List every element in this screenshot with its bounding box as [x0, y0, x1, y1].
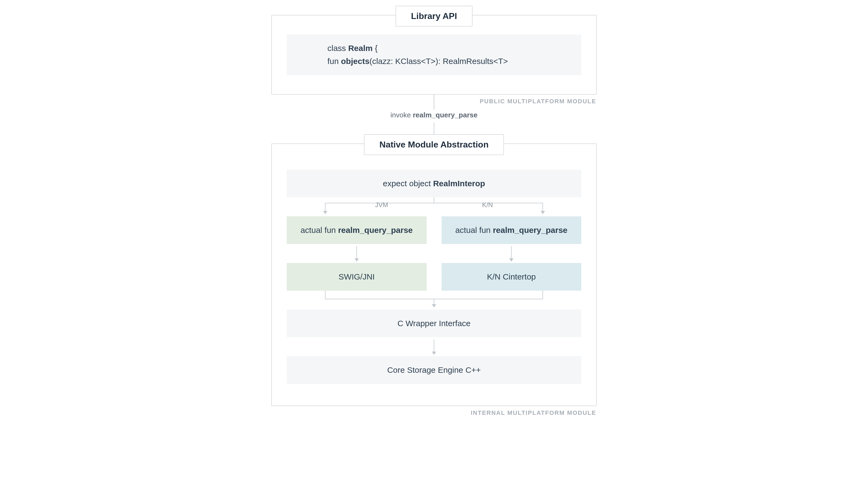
code-bold: Realm	[348, 44, 373, 53]
code-text: {	[373, 44, 378, 53]
actual-kn-block: actual fun realm_query_parse	[442, 216, 582, 244]
library-api-code-block: class Realm { fun objects(clazz: KClass<…	[287, 34, 581, 75]
public-module-box: Library API class Realm { fun objects(cl…	[271, 15, 597, 95]
actual-text: actual fun	[455, 226, 493, 234]
public-module-title: Library API	[396, 6, 472, 27]
code-text: fun	[328, 57, 341, 66]
internal-module-title: Native Module Abstraction	[364, 134, 504, 155]
code-bold: objects	[341, 57, 369, 66]
code-text: (clazz: KClass<T>): RealmResults<T>	[369, 57, 508, 66]
actual-bold: realm_query_parse	[493, 226, 567, 234]
split-label-jvm: JVM	[375, 201, 388, 209]
core-engine-block: Core Storage Engine C++	[287, 356, 581, 384]
kn-cinterop-block: K/N Cintertop	[442, 263, 582, 291]
merge-connector	[287, 291, 581, 310]
swig-jni-block: SWIG/JNI	[287, 263, 427, 291]
internal-module-caption: INTERNAL MULTIPLATFORM MODULE	[471, 410, 596, 416]
expect-bold: RealmInterop	[433, 179, 485, 188]
actual-text: actual fun	[301, 226, 338, 234]
actual-bold: realm_query_parse	[338, 226, 412, 234]
invoke-label: invoke realm_query_parse	[391, 111, 478, 119]
split-label-kn: K/N	[482, 201, 493, 209]
c-wrapper-block: C Wrapper Interface	[287, 310, 581, 337]
invoke-text: invoke	[391, 111, 413, 119]
internal-module-box: Native Module Abstraction expect object …	[271, 143, 597, 406]
expect-text: expect object	[383, 179, 433, 188]
split-connector: JVM K/N	[287, 197, 581, 216]
invoke-bold: realm_query_parse	[413, 111, 477, 119]
actual-jvm-block: actual fun realm_query_parse	[287, 216, 427, 244]
expect-block: expect object RealmInterop	[287, 170, 581, 197]
code-text: class	[328, 44, 348, 53]
